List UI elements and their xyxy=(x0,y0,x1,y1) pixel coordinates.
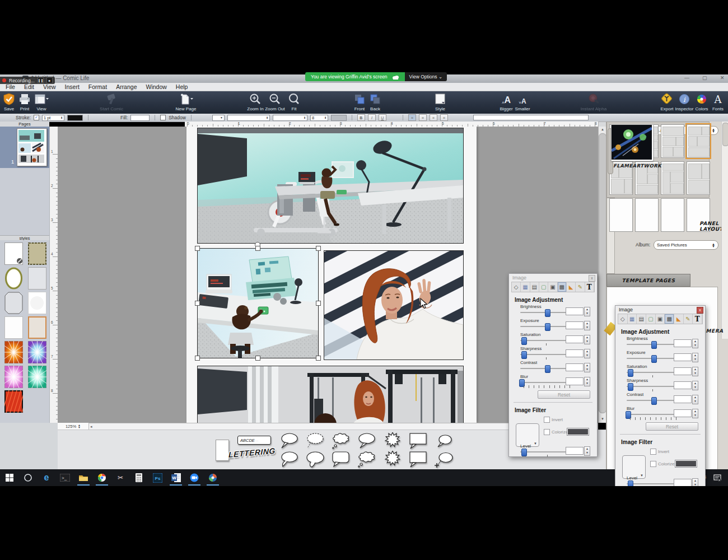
taskbar-word-icon[interactable]: W xyxy=(169,471,183,484)
taskbar-chrome-icon[interactable] xyxy=(95,471,109,484)
exposure-value-input[interactable] xyxy=(566,321,584,329)
align-center-button[interactable]: ≡ xyxy=(419,114,427,121)
curl-oval-balloon[interactable] xyxy=(278,451,301,469)
blur-stepper[interactable]: ▲▼ xyxy=(584,377,590,386)
burst-balloon[interactable] xyxy=(381,432,404,450)
brightness-slider-thumb[interactable] xyxy=(651,341,657,349)
canvas-vertical-scroll-thumb[interactable] xyxy=(599,133,606,413)
fit-button[interactable]: Fit xyxy=(277,92,311,111)
maximize-button[interactable]: ▢ xyxy=(702,75,707,81)
style-swatch-glow-card[interactable] xyxy=(28,292,46,314)
menu-arrange[interactable]: Arrange xyxy=(116,83,137,90)
cloud-balloon[interactable] xyxy=(330,432,352,450)
tab-template-pages[interactable]: TEMPLATE PAGES xyxy=(606,274,690,287)
scroll-left-icon[interactable]: ◂ xyxy=(90,424,92,429)
album-dropdown[interactable]: Saved Pictures▲▼ xyxy=(654,240,718,250)
invert-checkbox-row[interactable]: Invert xyxy=(650,449,669,455)
exposure-value-input[interactable] xyxy=(674,353,692,361)
dashed-oval-balloon[interactable] xyxy=(304,432,326,450)
contrast-stepper[interactable]: ▲▼ xyxy=(584,363,590,372)
oval-balloon-2[interactable] xyxy=(356,432,378,450)
sharpness-value-input[interactable] xyxy=(566,349,584,357)
image-tab-icon[interactable]: ▩ xyxy=(665,314,674,324)
inspector-close-icon[interactable]: x xyxy=(697,307,703,314)
image-inspector-panel[interactable]: Imagex◇▦▤▢▣▩◣✎TImage AdjustmentBrightnes… xyxy=(508,273,598,457)
text-tab-icon[interactable]: T xyxy=(585,282,594,292)
template-thumbnail-3[interactable] xyxy=(661,124,684,158)
resize-handle-s[interactable] xyxy=(255,356,260,361)
blur-value-input[interactable] xyxy=(674,409,692,417)
saturation-slider-track[interactable] xyxy=(627,372,678,373)
lettering-logo[interactable]: LETTERING xyxy=(228,446,280,459)
text-color-swatch[interactable] xyxy=(331,115,347,121)
resize-handle-nw[interactable] xyxy=(195,246,200,251)
sharpness-slider-thumb[interactable] xyxy=(521,351,527,359)
level-value-input[interactable] xyxy=(674,479,692,487)
shadow-checkbox[interactable] xyxy=(160,115,166,120)
exposure-slider-track[interactable] xyxy=(520,326,572,327)
stop-recording-icon[interactable]: ■ xyxy=(46,77,53,83)
taskbar-zoom-icon[interactable] xyxy=(187,471,202,484)
saturation-value-input[interactable] xyxy=(674,367,692,375)
underline-button[interactable]: U xyxy=(379,114,386,121)
wide-oval-balloon[interactable] xyxy=(304,451,326,469)
rounded-rect-balloon[interactable] xyxy=(330,451,352,469)
resize-handle-ne[interactable] xyxy=(316,246,321,251)
contrast-value-input[interactable] xyxy=(674,395,692,403)
format-extra-field[interactable] xyxy=(473,115,589,120)
taskbar-photoshop-icon[interactable]: Ps xyxy=(150,471,165,484)
brightness-slider-thumb[interactable] xyxy=(545,309,550,317)
sharpness-slider-track[interactable] xyxy=(627,386,678,387)
resize-handle-sw[interactable] xyxy=(195,356,200,361)
add-balloon[interactable] xyxy=(433,451,455,469)
align-left-button[interactable]: ≡ xyxy=(408,114,416,121)
saturation-stepper[interactable]: ▲▼ xyxy=(692,367,698,376)
burst-balloon-2[interactable] xyxy=(381,451,404,469)
blank-text-card[interactable] xyxy=(216,440,229,461)
saturation-slider-thumb[interactable] xyxy=(628,369,633,377)
exposure-stepper[interactable]: ▲▼ xyxy=(584,321,590,330)
menu-insert[interactable]: Insert xyxy=(65,83,80,90)
level-stepper[interactable]: ▲▼ xyxy=(584,446,590,456)
style-swatch-purple-burst[interactable] xyxy=(28,341,46,363)
style-swatch-red-pattern[interactable] xyxy=(4,390,23,413)
brightness-value-input[interactable] xyxy=(566,307,584,315)
style-swatch-plain-card[interactable] xyxy=(4,316,23,339)
rect-balloon-2[interactable] xyxy=(407,451,430,469)
style-swatch-pink-burst[interactable] xyxy=(4,366,23,388)
resize-handle-se[interactable] xyxy=(316,356,321,361)
cursor-tab-icon[interactable]: ◇ xyxy=(618,314,628,324)
level-value-input[interactable] xyxy=(566,447,584,455)
taskbar-terminal-icon[interactable]: >_ xyxy=(58,471,72,484)
contrast-value-input[interactable] xyxy=(566,363,584,371)
rect-balloon[interactable] xyxy=(407,432,430,450)
exposure-slider-thumb[interactable] xyxy=(651,355,657,363)
view-button[interactable]: View xyxy=(25,92,58,111)
menu-view[interactable]: View xyxy=(43,83,56,90)
bold-button[interactable]: B xyxy=(357,114,365,121)
brightness-slider-track[interactable] xyxy=(520,312,572,313)
tray-tab-icon[interactable]: ▣ xyxy=(548,282,557,292)
saturation-value-input[interactable] xyxy=(566,335,584,343)
resize-handle-n[interactable] xyxy=(255,246,260,251)
style-swatch-orange-burst[interactable] xyxy=(4,341,23,363)
font-style-dropdown[interactable]: ▼ xyxy=(212,115,225,121)
taskbar-calculator-icon[interactable] xyxy=(132,471,146,484)
flag-tab-icon[interactable]: ◣ xyxy=(674,314,684,324)
fonts-button[interactable]: AFonts xyxy=(701,92,728,111)
menu-help[interactable]: Help xyxy=(176,83,188,90)
font-face-select[interactable]: ⬍ xyxy=(273,115,307,121)
colorize-color-swatch[interactable] xyxy=(675,460,697,468)
cloud-balloon-2[interactable] xyxy=(356,451,378,469)
stroke-checkbox[interactable]: ✓ xyxy=(34,115,39,120)
sharpness-slider-thumb[interactable] xyxy=(628,383,633,391)
contrast-slider-thumb[interactable] xyxy=(651,397,657,405)
stroke-width-select[interactable]: 1 pt⬍ xyxy=(42,115,64,121)
new-page-button[interactable]: New Page xyxy=(169,92,203,111)
contrast-slider-track[interactable] xyxy=(627,400,678,401)
menu-file[interactable]: File xyxy=(6,83,15,90)
taskbar-edge-icon[interactable]: e xyxy=(39,471,54,484)
flag-tab-icon[interactable]: ◣ xyxy=(567,282,576,292)
view-options-button[interactable]: View Options ⌄ xyxy=(405,72,447,81)
menu-window[interactable]: Window xyxy=(146,83,166,90)
